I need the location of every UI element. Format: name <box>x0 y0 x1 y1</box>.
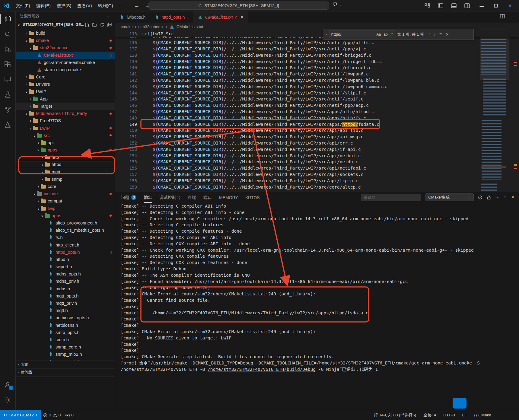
run-debug-activity-icon[interactable] <box>0 42 16 57</box>
tree-item-lwip[interactable]: ∨lwip <box>16 205 115 212</box>
tree-item-app[interactable]: ›App <box>16 95 115 103</box>
language-mode[interactable]: {} CMake <box>472 413 494 417</box>
minimap[interactable] <box>480 30 509 192</box>
search-activity-icon[interactable] <box>0 27 16 42</box>
toggle-secondary-sidebar-icon[interactable] <box>464 3 470 8</box>
new-folder-icon[interactable] <box>92 23 97 27</box>
tree-item-mqtt.h[interactable]: hmqtt.h <box>16 307 115 314</box>
chevron-down-icon[interactable]: ∨ <box>24 112 29 115</box>
chevron-right-icon[interactable]: › <box>28 104 33 109</box>
cmake-activity-icon[interactable] <box>0 117 16 132</box>
output-channel-dropdown[interactable]: CMake/生成 ⌄ <box>425 193 474 201</box>
tree-item-snmp[interactable]: ›snmp <box>16 176 115 183</box>
chevron-right-icon[interactable]: › <box>28 97 33 101</box>
chevron-right-icon[interactable]: › <box>24 31 29 36</box>
tree-item-lwiperf.h[interactable]: hlwiperf.h <box>16 263 115 270</box>
code-line-158[interactable]: 158 ${CMAKE_CURRENT_SOURCE_DIR}/../../Mi… <box>115 177 387 184</box>
command-center-search[interactable]: STM32F407VGT6_ETH [SSH: GEM12_I] <box>148 2 329 10</box>
tree-item-apps[interactable]: ∨apps <box>16 212 115 219</box>
chevron-down-icon[interactable]: ∨ <box>24 39 29 42</box>
panel-tab-终端[interactable]: 终端 <box>188 192 196 203</box>
chevron-right-icon[interactable]: › <box>24 75 29 79</box>
toggle-sidebar-icon[interactable] <box>438 3 443 8</box>
find-toggle-replace-icon[interactable]: › <box>326 33 327 36</box>
tree-item-mqtt-priv.h[interactable]: hmqtt_priv.h <box>16 300 115 307</box>
extensions-activity-icon[interactable] <box>0 57 16 72</box>
code-line-139[interactable]: 139 ${CMAKE_CURRENT_SOURCE_DIR}/../../Mi… <box>115 58 387 65</box>
chevron-down-icon[interactable]: ∨ <box>24 90 29 94</box>
collapse-all-icon[interactable] <box>107 23 112 27</box>
code-editor[interactable]: 113set(LwIP_Src 135 ${CMAKE_CURRENT_SOUR… <box>115 30 519 192</box>
customize-layout-icon[interactable] <box>425 3 430 8</box>
code-line-137[interactable]: 137 ${CMAKE_CURRENT_SOURCE_DIR}/../../Mi… <box>115 46 387 52</box>
tree-item-core[interactable]: ›core <box>16 183 115 190</box>
code-line-156[interactable]: 156 ${CMAKE_CURRENT_SOURCE_DIR}/../../Mi… <box>115 165 387 171</box>
tree-item-lwip[interactable]: ∨LWIP <box>16 88 115 95</box>
tree-item-http[interactable]: ›http <box>16 154 115 161</box>
tree-item-lwip[interactable]: ∨LwIP <box>16 124 115 132</box>
remote-indicator[interactable]: SSH: GEM12_I <box>0 410 41 420</box>
code-line-136[interactable]: 136 ${CMAKE_CURRENT_SOURCE_DIR}/../../Mi… <box>115 40 387 46</box>
tree-item-include[interactable]: ∨include <box>16 190 115 197</box>
chevron-down-icon[interactable]: ∨ <box>40 163 45 166</box>
tree-item-netbiosns.h[interactable]: hnetbiosns.h <box>16 322 115 329</box>
split-editor-icon[interactable] <box>500 14 505 19</box>
code-line-141[interactable]: 141 ${CMAKE_CURRENT_SOURCE_DIR}/../../Mi… <box>115 71 387 77</box>
tree-item-http-client.h[interactable]: hhttp_client.h <box>16 241 115 248</box>
tree-item-mqtt-opts.h[interactable]: hmqtt_opts.h <box>16 292 115 300</box>
code-line-150[interactable]: 150 ${CMAKE_CURRENT_SOURCE_DIR}/../../Mi… <box>115 127 387 134</box>
copilot-button[interactable]: ⌄ <box>333 2 342 7</box>
lock-scroll-icon[interactable] <box>487 195 491 200</box>
chevron-right-icon[interactable]: › <box>40 170 45 174</box>
pipeline-activity-icon[interactable] <box>0 102 16 117</box>
chevron-right-icon[interactable]: › <box>40 177 45 182</box>
code-line-152[interactable]: 152 ${CMAKE_CURRENT_SOURCE_DIR}/../../Mi… <box>115 140 387 146</box>
tree-item-mdns.h[interactable]: hmdns.h <box>16 285 115 292</box>
file-path-link[interactable]: /home/stm32/STM32F407VGT6_ETH/Middleware… <box>152 310 368 315</box>
code-line-147[interactable]: 147 ${CMAKE_CURRENT_SOURCE_DIR}/../../Mi… <box>115 109 387 115</box>
workspace-section-header[interactable]: ∨ STM32F407VGT6_ETH [SSH: GE... <box>16 21 115 28</box>
find-previous-icon[interactable]: ↑ <box>428 32 430 37</box>
output-log[interactable]: [cmake] -- Detecting C compiler ABI info… <box>121 203 510 373</box>
timeline-section[interactable]: › 时间线 <box>16 369 115 377</box>
code-line-154[interactable]: 154 ${CMAKE_CURRENT_SOURCE_DIR}/../../Mi… <box>115 152 387 159</box>
tree-item-mdns-priv.h[interactable]: hmdns_priv.h <box>16 278 115 285</box>
tree-item-smtp.h[interactable]: hsmtp.h <box>16 336 115 343</box>
find-next-icon[interactable]: ↓ <box>434 32 436 37</box>
settings-gear-icon[interactable] <box>0 392 16 407</box>
code-line-153[interactable]: 153 ${CMAKE_CURRENT_SOURCE_DIR}/../../Mi… <box>115 146 387 152</box>
code-line-146[interactable]: 146 ${CMAKE_CURRENT_SOURCE_DIR}/../../Mi… <box>115 102 387 109</box>
explorer-activity-icon[interactable] <box>0 11 16 27</box>
panel-maximize-icon[interactable]: ⌃ <box>504 195 507 199</box>
code-line-149[interactable]: 149 ${CMAKE_CURRENT_SOURCE_DIR}/../../Mi… <box>115 121 387 127</box>
code-line-140[interactable]: 140 ${CMAKE_CURRENT_SOURCE_DIR}/../../Mi… <box>115 65 387 71</box>
toggle-panel-icon[interactable] <box>451 3 457 8</box>
menu-[interactable]: ··· <box>116 2 126 10</box>
tree-item-mqtt[interactable]: ›mqtt <box>16 168 115 176</box>
code-line-155[interactable]: 155 ${CMAKE_CURRENT_SOURCE_DIR}/../../Mi… <box>115 159 387 165</box>
clear-output-icon[interactable] <box>478 195 482 200</box>
chevron-right-icon[interactable]: › <box>36 184 41 189</box>
tree-item-snmp-mib2.h[interactable]: hsnmp_mib2.h <box>16 351 115 358</box>
menu-g[interactable]: 转到(G) <box>95 2 116 10</box>
code-line-151[interactable]: 151 ${CMAKE_CURRENT_SOURCE_DIR}/../../Mi… <box>115 134 387 140</box>
testing-activity-icon[interactable] <box>0 87 16 102</box>
chevron-right-icon[interactable]: › <box>40 155 45 160</box>
problems-status[interactable]: 3 0 <box>41 413 63 417</box>
tab-cmakelists.txt[interactable]: CMakeLists.txt2✕ <box>193 11 248 23</box>
tree-item-altcp-tls-mbedtls-opts.h[interactable]: haltcp_tls_mbedtls_opts.h <box>16 227 115 234</box>
window-maximize-button[interactable] <box>494 3 498 8</box>
sidebar-more-actions-icon[interactable]: ··· <box>107 14 111 19</box>
chevron-down-icon[interactable]: ∨ <box>36 148 41 152</box>
code-line-159[interactable]: 159 ${CMAKE_CURRENT_SOURCE_DIR}/../../Mi… <box>115 184 387 190</box>
panel-tab-端口[interactable]: 端口 <box>203 192 212 203</box>
nav-back-icon[interactable]: ← <box>134 3 139 9</box>
whole-word-icon[interactable]: ab <box>384 32 387 37</box>
tree-item-mdns-opts.h[interactable]: hmdns_opts.h <box>16 270 115 278</box>
tree-item-stm32cubemx[interactable]: ∨stm32cubemx <box>16 44 115 51</box>
code-line-144[interactable]: 144 ${CMAKE_CURRENT_SOURCE_DIR}/../../Mi… <box>115 90 387 96</box>
chevron-down-icon[interactable]: ∨ <box>28 126 33 130</box>
cursor-position[interactable]: 行 149, 列 83 (已选择6) <box>371 412 419 418</box>
tree-item-netbiosns-opts.h[interactable]: hnetbiosns_opts.h <box>16 314 115 321</box>
tree-item-fs.h[interactable]: hfs.h <box>16 234 115 241</box>
